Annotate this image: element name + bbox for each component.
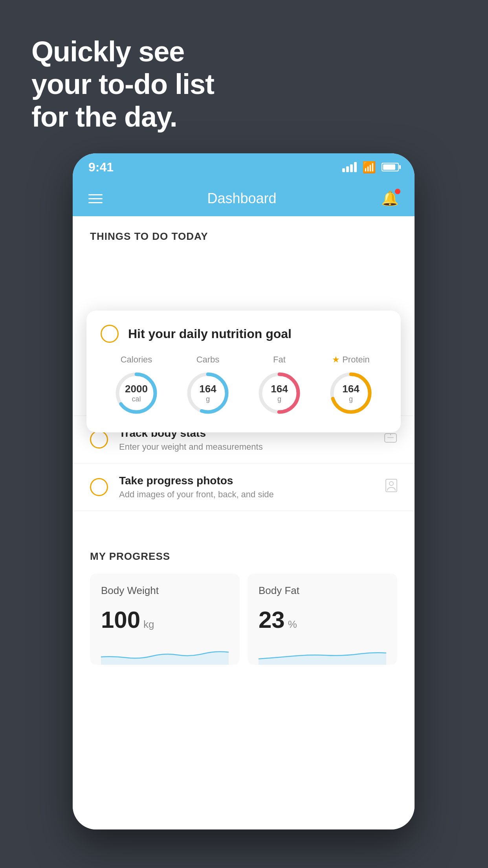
status-time: 9:41 [88,160,114,175]
todo-title-progress-photos: Take progress photos [119,474,374,487]
todo-check-progress-photos [90,478,108,496]
fat-ring-item: Fat 164 g [256,355,303,417]
phone-content: THINGS TO DO TODAY Running Track your st… [73,216,415,829]
body-fat-unit: % [288,618,297,631]
body-weight-chart [101,641,229,665]
star-icon: ★ [332,355,340,365]
svg-point-4 [389,482,393,485]
hero-line2: your to-do list [31,68,214,101]
fat-label: Fat [273,355,286,365]
nav-bar: Dashboard 🔔 [73,181,415,216]
todo-subtitle-progress-photos: Add images of your front, back, and side [119,489,374,500]
hero-line1: Quickly see [31,35,214,68]
carbs-unit: g [199,395,216,404]
status-icons: 📶 [342,161,399,174]
hero-line3: for the day. [31,101,214,133]
progress-section: MY PROGRESS Body Weight 100 kg [73,535,415,665]
nutrition-card-title: Hit your daily nutrition goal [128,327,292,341]
calories-label: Calories [121,355,152,365]
notification-bell-icon[interactable]: 🔔 [381,190,399,207]
nutrition-rings: Calories 2000 cal [101,355,387,417]
todo-check-body-stats [90,430,108,449]
carbs-value: 164 [199,383,216,395]
notification-dot [395,189,400,194]
status-bar: 9:41 📶 [73,153,415,181]
calories-unit: cal [125,395,148,404]
person-photo-icon [385,479,397,495]
carbs-ring: 164 g [184,370,231,417]
progress-header: MY PROGRESS [90,550,397,563]
body-fat-chart [259,641,386,665]
calories-value: 2000 [125,383,148,395]
body-weight-value: 100 [101,606,140,633]
todo-item-progress-photos[interactable]: Take progress photos Add images of your … [73,463,415,511]
body-fat-card[interactable]: Body Fat 23 % [248,574,397,665]
progress-cards: Body Weight 100 kg Body Fat [90,574,397,665]
carbs-ring-item: Carbs 164 g [184,355,231,417]
nutrition-check-circle [101,325,119,343]
battery-icon [382,163,399,171]
protein-label: ★ Protein [332,355,370,365]
todo-subtitle-body-stats: Enter your weight and measurements [119,442,373,452]
body-fat-title: Body Fat [259,585,386,597]
fat-ring: 164 g [256,370,303,417]
body-fat-value: 23 [259,606,285,633]
fat-unit: g [271,395,288,404]
wifi-icon: 📶 [362,161,376,174]
hero-text: Quickly see your to-do list for the day. [31,35,214,133]
phone-mockup: 9:41 📶 Dashboard 🔔 THINGS TO DO TOD [73,153,415,829]
protein-ring: 164 g [327,370,374,417]
scale-icon [384,432,397,447]
protein-unit: g [342,395,359,404]
nav-title: Dashboard [207,190,276,207]
carbs-label: Carbs [196,355,220,365]
signal-icon [342,162,357,172]
nutrition-goal-card[interactable]: Hit your daily nutrition goal Calories [86,311,401,432]
calories-ring-item: Calories 2000 cal [113,355,160,417]
protein-value: 164 [342,383,359,395]
fat-value: 164 [271,383,288,395]
protein-ring-item: ★ Protein 164 g [327,355,374,417]
things-to-do-header: THINGS TO DO TODAY [73,216,415,250]
body-weight-unit: kg [143,618,154,631]
body-weight-card[interactable]: Body Weight 100 kg [90,574,240,665]
hamburger-menu[interactable] [88,194,103,203]
body-weight-title: Body Weight [101,585,229,597]
calories-ring: 2000 cal [113,370,160,417]
